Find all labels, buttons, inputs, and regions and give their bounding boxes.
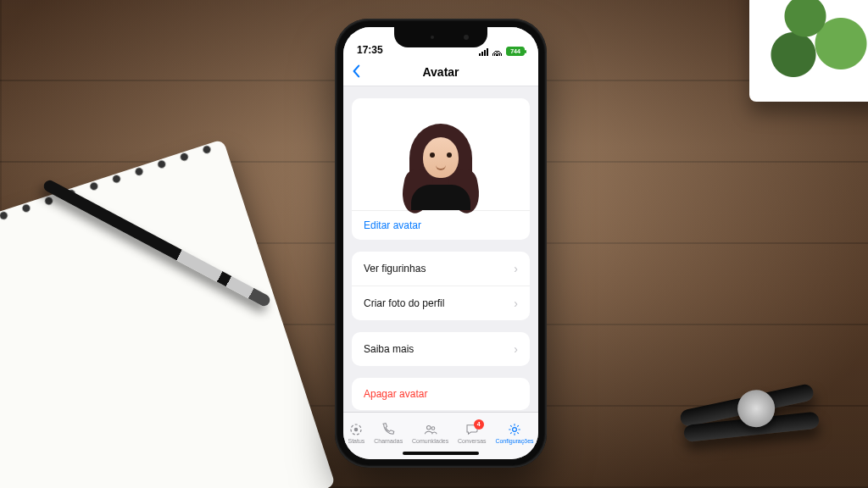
cellular-signal-icon (479, 47, 488, 56)
chevron-right-icon: › (514, 262, 518, 275)
battery-icon: 744 (506, 47, 525, 56)
plant-prop (749, 0, 868, 102)
back-button[interactable] (352, 64, 360, 80)
tab-label: Chamadas (374, 438, 403, 444)
page-title: Avatar (422, 65, 459, 79)
battery-level: 744 (507, 47, 524, 55)
row-delete-avatar[interactable]: Apagar avatar (352, 378, 530, 410)
row-label: Saiba mais (364, 343, 414, 355)
chat-icon: 4 (464, 422, 481, 437)
row-label: Apagar avatar (364, 388, 427, 400)
chat-badge: 4 (474, 419, 484, 430)
status-time: 17:35 (357, 44, 383, 56)
delete-group: Apagar avatar (352, 378, 530, 410)
avatar-preview (352, 98, 530, 210)
chevron-right-icon: › (514, 297, 518, 310)
edit-avatar-link[interactable]: Editar avatar (352, 210, 530, 240)
home-indicator[interactable] (403, 452, 479, 455)
row-view-stickers[interactable]: Ver figurinhas › (352, 252, 530, 286)
chevron-right-icon: › (514, 342, 518, 356)
nav-header: Avatar (343, 58, 538, 86)
phone-frame: 17:35 744 Avatar Editar avatar (335, 19, 547, 468)
tab-label: Status (348, 438, 364, 444)
options-group: Ver figurinhas › Criar foto do perfil › (352, 252, 530, 320)
avatar-image (404, 119, 477, 210)
svg-point-2 (426, 425, 431, 430)
content-scroll[interactable]: Editar avatar Ver figurinhas › Criar fot… (343, 86, 538, 412)
gear-icon (506, 422, 523, 437)
row-label: Ver figurinhas (364, 263, 426, 274)
chevron-left-icon (352, 64, 360, 78)
info-group: Saiba mais › (352, 332, 530, 366)
avatar-card: Editar avatar (352, 98, 530, 240)
svg-point-1 (354, 427, 359, 431)
tab-chats[interactable]: 4 Conversas (458, 422, 486, 444)
phone-screen: 17:35 744 Avatar Editar avatar (343, 27, 538, 459)
tab-settings[interactable]: Configurações (495, 422, 533, 444)
tab-status[interactable]: Status (348, 422, 364, 444)
svg-point-4 (513, 427, 517, 431)
row-label: Criar foto do perfil (364, 297, 444, 309)
phone-notch (394, 27, 487, 47)
row-learn-more[interactable]: Saiba mais › (352, 332, 530, 366)
tab-label: Comunidades (412, 438, 448, 444)
status-icon (348, 422, 364, 437)
tab-label: Configurações (495, 438, 533, 444)
tab-label: Conversas (458, 438, 486, 444)
phone-icon (380, 422, 397, 437)
row-create-profile-photo[interactable]: Criar foto do perfil › (352, 286, 530, 320)
tab-communities[interactable]: Comunidades (412, 422, 448, 444)
wifi-icon (492, 47, 503, 56)
people-icon (422, 422, 439, 437)
tab-calls[interactable]: Chamadas (374, 422, 403, 444)
svg-point-3 (431, 426, 435, 430)
